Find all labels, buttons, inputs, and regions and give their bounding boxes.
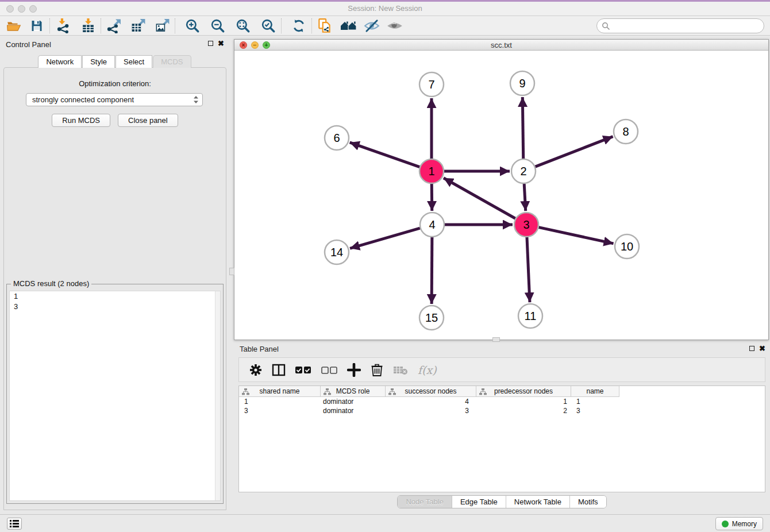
show-all-button[interactable] bbox=[386, 17, 404, 34]
zoom-in-icon bbox=[184, 18, 201, 34]
float-panel-icon[interactable] bbox=[208, 41, 213, 46]
column-header-shared-name[interactable]: shared name bbox=[239, 386, 321, 397]
criterion-select[interactable]: strongly connected component bbox=[26, 93, 203, 106]
splitter-grip-horizontal[interactable] bbox=[492, 337, 500, 342]
zoom-selected-button[interactable] bbox=[259, 17, 278, 34]
cell-name[interactable]: 3 bbox=[571, 406, 619, 415]
export-image-button[interactable] bbox=[153, 17, 171, 34]
refresh-view-button[interactable] bbox=[290, 17, 308, 34]
cell-name[interactable]: 1 bbox=[571, 397, 619, 406]
network-view-window: × − + scc.txt 7968124314101511 bbox=[234, 39, 769, 340]
cell-predecessor-nodes[interactable]: 1 bbox=[476, 397, 571, 406]
select-all-columns-button[interactable] bbox=[295, 362, 311, 378]
node-table[interactable]: shared name MCDS role successor nodes pr… bbox=[238, 385, 765, 492]
export-network-button[interactable] bbox=[105, 17, 123, 34]
graph-node-label-6: 6 bbox=[333, 132, 340, 144]
close-panel-button[interactable]: Close panel bbox=[118, 114, 178, 127]
zoom-out-icon bbox=[210, 18, 226, 34]
table-row[interactable]: 3 dominator 3 2 3 bbox=[239, 406, 765, 415]
delete-column-button[interactable] bbox=[371, 362, 383, 378]
graph-node-label-9: 9 bbox=[519, 77, 525, 90]
column-header-predecessor-nodes[interactable]: predecessor nodes bbox=[476, 386, 571, 397]
cell-mcds-role[interactable]: dominator bbox=[321, 406, 386, 415]
cell-shared-name[interactable]: 3 bbox=[239, 406, 321, 415]
save-session-button[interactable] bbox=[28, 17, 46, 34]
cell-shared-name[interactable]: 1 bbox=[239, 397, 321, 406]
graph-edge-3-1[interactable] bbox=[444, 178, 515, 218]
zoom-fit-button[interactable] bbox=[234, 17, 252, 34]
tab-select[interactable]: Select bbox=[116, 55, 152, 68]
plus-icon bbox=[347, 363, 361, 377]
graph-edge-4-14[interactable] bbox=[350, 228, 420, 248]
fx-icon: f(x) bbox=[418, 364, 437, 376]
graph-node-label-4: 4 bbox=[429, 218, 435, 231]
table-header-row: shared name MCDS role successor nodes pr… bbox=[239, 386, 765, 397]
tab-network[interactable]: Network bbox=[38, 55, 82, 68]
graph-node-label-11: 11 bbox=[525, 310, 537, 322]
save-icon bbox=[30, 19, 44, 33]
task-history-button[interactable] bbox=[7, 518, 22, 530]
toolbar-separator bbox=[101, 18, 101, 33]
control-panel-tabs: Network Style Select MCDS bbox=[0, 55, 230, 68]
splitter-grip-vertical[interactable] bbox=[229, 268, 234, 275]
create-column-button[interactable] bbox=[347, 362, 361, 378]
graph-edge-2-9[interactable] bbox=[522, 97, 523, 159]
table-row[interactable]: 1 dominator 4 1 1 bbox=[239, 397, 765, 406]
mcds-result-list[interactable]: 1 3 bbox=[9, 291, 221, 501]
cell-predecessor-nodes[interactable]: 2 bbox=[476, 406, 571, 415]
zoom-selected-icon bbox=[260, 18, 276, 34]
network-canvas[interactable]: 7968124314101511 bbox=[234, 51, 768, 340]
tab-network-table[interactable]: Network Table bbox=[506, 496, 569, 508]
graph-edge-3-10[interactable] bbox=[538, 228, 613, 244]
cell-mcds-role[interactable]: dominator bbox=[321, 397, 386, 406]
tab-mcds[interactable]: MCDS bbox=[153, 55, 191, 68]
toggle-columns-button[interactable] bbox=[272, 362, 286, 378]
close-table-panel-icon[interactable]: ✖ bbox=[759, 345, 765, 352]
duplicate-network-icon bbox=[317, 18, 333, 34]
export-table-button[interactable] bbox=[129, 17, 147, 34]
tab-node-table[interactable]: Node Table bbox=[398, 496, 452, 508]
cell-successor-nodes[interactable]: 4 bbox=[386, 397, 476, 406]
column-header-successor-nodes[interactable]: successor nodes bbox=[386, 386, 476, 397]
duplicate-network-button[interactable] bbox=[315, 17, 334, 34]
import-table-button[interactable] bbox=[79, 17, 97, 34]
graph-edge-3-11[interactable] bbox=[527, 237, 530, 302]
float-table-panel-icon[interactable] bbox=[749, 346, 754, 351]
open-session-button[interactable] bbox=[5, 17, 23, 34]
column-header-mcds-role[interactable]: MCDS role bbox=[321, 386, 386, 397]
home-layout-button[interactable] bbox=[340, 17, 358, 34]
column-label: shared name bbox=[259, 387, 299, 395]
zoom-in-button[interactable] bbox=[183, 17, 202, 34]
delete-table-icon bbox=[393, 364, 408, 376]
import-network-button[interactable] bbox=[53, 17, 72, 34]
zoom-out-button[interactable] bbox=[209, 17, 227, 34]
network-window-titlebar[interactable]: × − + scc.txt bbox=[234, 40, 768, 51]
table-settings-button[interactable] bbox=[249, 362, 262, 378]
column-label: name bbox=[586, 387, 603, 395]
delete-table-button[interactable] bbox=[393, 362, 408, 378]
close-panel-icon[interactable]: ✖ bbox=[218, 40, 224, 47]
tab-motifs[interactable]: Motifs bbox=[569, 496, 606, 508]
trash-icon bbox=[371, 363, 383, 377]
result-scrollbar[interactable] bbox=[215, 291, 220, 500]
run-mcds-button[interactable]: Run MCDS bbox=[52, 114, 110, 127]
graph-edge-2-8[interactable] bbox=[536, 137, 613, 167]
tab-style[interactable]: Style bbox=[82, 55, 115, 68]
column-header-name[interactable]: name bbox=[571, 386, 619, 397]
network-graph[interactable]: 7968124314101511 bbox=[234, 51, 768, 340]
export-network-icon bbox=[106, 18, 122, 33]
columns-icon bbox=[272, 363, 286, 377]
graph-edge-4-15[interactable] bbox=[432, 237, 432, 304]
memory-button[interactable]: Memory bbox=[715, 517, 763, 530]
tab-edge-table[interactable]: Edge Table bbox=[452, 496, 506, 508]
session-title: Session: New Session bbox=[0, 4, 770, 13]
graph-edge-2-3[interactable] bbox=[524, 184, 526, 211]
function-builder-button[interactable]: f(x) bbox=[418, 362, 437, 378]
graph-edge-1-6[interactable] bbox=[350, 142, 420, 167]
search-input[interactable] bbox=[596, 18, 764, 33]
graph-edge-1-4[interactable] bbox=[432, 184, 432, 211]
mcds-panel-body: Optimization criterion: strongly connect… bbox=[3, 67, 226, 510]
deselect-all-columns-button[interactable] bbox=[321, 362, 337, 378]
cell-successor-nodes[interactable]: 3 bbox=[386, 406, 476, 415]
hide-selected-button[interactable] bbox=[363, 17, 381, 34]
